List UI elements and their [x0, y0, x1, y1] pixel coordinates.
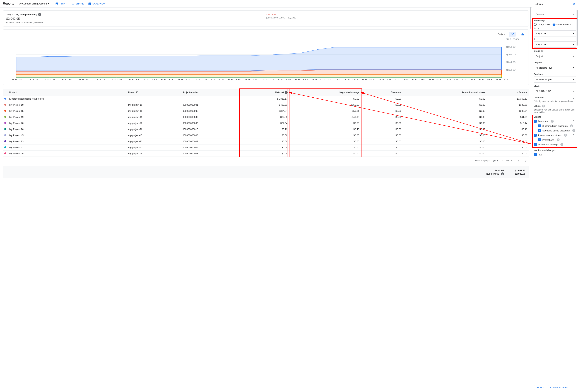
prev-page-button[interactable]: [516, 158, 521, 163]
svg-text:Jul 24: Jul 24: [377, 79, 392, 81]
help-icon[interactable]: ?: [560, 143, 563, 146]
col-promos[interactable]: Promotions and others: [403, 89, 486, 96]
group-by-select[interactable]: Project▼: [534, 53, 576, 59]
table-row[interactable]: My Project 20my-project-20000000000006$2…: [3, 120, 529, 126]
save-view-button[interactable]: SAVE VIEW: [88, 2, 105, 5]
granularity-selector[interactable]: Daily ▼: [498, 33, 506, 36]
print-icon: [55, 2, 58, 5]
cell-promos: $0.00: [403, 139, 486, 145]
table-row[interactable]: My Project 45my-project-45000000000008$0…: [3, 132, 529, 139]
cell-subtotal: $333.88: [487, 102, 529, 108]
svg-text:Jul 25: Jul 25: [394, 79, 408, 81]
scrollbar-thumb[interactable]: [577, 10, 578, 46]
sort-down-icon: ↓: [517, 91, 518, 94]
checkbox-negotiated-savings[interactable]: Negotiated savings ?: [534, 142, 576, 147]
table-row[interactable]: My Project 15my-project-15000000000002$3…: [3, 108, 529, 114]
projects-select[interactable]: All projects (40)▼: [534, 65, 576, 71]
series-dot-icon: [4, 110, 6, 112]
help-icon[interactable]: ?: [564, 134, 567, 137]
table-row[interactable]: [Charges not specific to a project]—$1,3…: [3, 96, 529, 102]
close-filters-icon[interactable]: ✕: [573, 2, 576, 6]
help-icon[interactable]: ?: [501, 172, 504, 175]
account-selector[interactable]: My Contract Billing Account ▼: [18, 2, 49, 5]
radio-usage-date[interactable]: Usage date: [534, 23, 550, 26]
series-dot-icon: [4, 128, 6, 130]
col-project-id[interactable]: Project ID: [127, 89, 181, 96]
cell-project-num: 000000000008: [181, 132, 241, 139]
print-button[interactable]: PRINT: [55, 2, 67, 5]
col-neg-savings[interactable]: Negotiated savings: [289, 89, 361, 96]
scrollbar-thumb[interactable]: [530, 7, 531, 29]
checkbox-promotions-group[interactable]: Promotions and others ? ⌃: [534, 133, 576, 138]
caret-down-icon: ▼: [573, 90, 574, 92]
from-label: From: [534, 27, 576, 30]
next-page-button[interactable]: [524, 158, 528, 163]
col-list-cost[interactable]: List cost?: [240, 89, 289, 96]
services-select[interactable]: All services (16)▼: [534, 76, 576, 83]
page-size-selector[interactable]: 10 ▼: [493, 159, 498, 162]
checkbox-spending-based[interactable]: Spending based discounts ?: [534, 128, 576, 133]
series-dot-icon: [4, 146, 6, 148]
skus-select[interactable]: All SKUs (194)▼: [534, 88, 576, 94]
from-select[interactable]: July 2020▼: [534, 30, 576, 37]
help-icon[interactable]: ?: [570, 124, 573, 127]
cell-list-cost: $1,368.57: [240, 96, 289, 102]
table-row[interactable]: My Project 22my-project-22000000000004$0…: [3, 145, 529, 150]
col-discounts[interactable]: Discounts: [361, 89, 403, 96]
checkbox-sustained-use[interactable]: Sustained use discounts ?: [534, 124, 576, 128]
rows-per-page-label: Rows per page:: [475, 159, 490, 162]
save-icon: [88, 2, 91, 5]
cell-promos: $0.00: [403, 120, 486, 126]
cell-project-id: my-project-25: [127, 150, 181, 157]
cell-project-num: 000000000004: [181, 145, 241, 150]
cell-discounts: $0.00: [361, 114, 403, 120]
help-icon[interactable]: ?: [542, 104, 545, 107]
cell-promos: $0.00: [403, 102, 486, 108]
table-row[interactable]: My Project 25my-project-25000000000003$0…: [3, 150, 529, 157]
col-project[interactable]: Project: [8, 89, 127, 96]
labels-expander[interactable]: Labels ? ⌄: [534, 104, 576, 108]
chart-type-line-button[interactable]: [509, 32, 516, 37]
svg-text:Jul 13: Jul 13: [193, 79, 207, 81]
series-dot-icon: [4, 140, 6, 142]
presets-select[interactable]: Presets▼: [534, 11, 576, 17]
pager: Rows per page: 10 ▼ 1 – 10 of 20: [3, 157, 529, 165]
checkbox-promotions[interactable]: Promotions ?: [534, 138, 576, 142]
checkbox-tax[interactable]: Tax: [534, 152, 576, 157]
chevron-down-icon: ⌄: [573, 97, 576, 99]
table-row[interactable]: My Project 19my-project-19000000000009$8…: [3, 114, 529, 120]
help-icon[interactable]: ?: [572, 129, 575, 132]
cell-neg-savings: $0.00: [289, 96, 361, 102]
help-icon[interactable]: ?: [551, 120, 554, 123]
table-row[interactable]: My Project 73my-project-73000000000007$0…: [3, 139, 529, 145]
checkbox-discounts[interactable]: Discounts ? ⌃: [534, 119, 576, 124]
table-row[interactable]: My Project 26my-project-26000000000010$0…: [3, 126, 529, 132]
svg-text:$40: $40: [506, 61, 516, 63]
share-button[interactable]: SHARE: [71, 2, 84, 5]
to-select[interactable]: July 2020▼: [534, 41, 576, 48]
svg-text:Jul 29: Jul 29: [461, 79, 475, 81]
cell-project-num: 000000000001: [181, 102, 241, 108]
cell-discounts: $0.00: [361, 102, 403, 108]
help-icon[interactable]: ?: [557, 139, 560, 141]
col-project-num[interactable]: Project number: [181, 89, 241, 96]
chevron-up-icon[interactable]: ⌃: [573, 134, 576, 137]
help-icon[interactable]: ?: [285, 91, 288, 94]
cell-subtotal: $0.00: [487, 132, 529, 139]
table-row[interactable]: My Project 10my-project-10000000000001$4…: [3, 102, 529, 108]
series-dot-icon: [4, 104, 6, 106]
close-filters-button[interactable]: CLOSE FILTERS: [548, 385, 570, 390]
chart-type-bar-button[interactable]: [519, 32, 526, 37]
chevron-up-icon[interactable]: ⌃: [573, 120, 576, 123]
time-range-label: Time range: [534, 19, 576, 22]
caret-down-icon: ▼: [497, 160, 498, 162]
help-icon[interactable]: ?: [38, 13, 41, 16]
caret-down-icon: ▼: [573, 33, 574, 35]
col-subtotal[interactable]: ↓Subtotal: [487, 89, 529, 96]
reset-button[interactable]: RESET: [534, 385, 546, 390]
page-range: 1 – 10 of 20: [502, 159, 513, 162]
locations-expander[interactable]: Locations ⌄: [534, 96, 576, 99]
svg-text:Jul 20: Jul 20: [310, 79, 325, 81]
cell-project-num: 000000000003: [181, 150, 241, 157]
radio-invoice-month[interactable]: Invoice month: [553, 23, 571, 26]
